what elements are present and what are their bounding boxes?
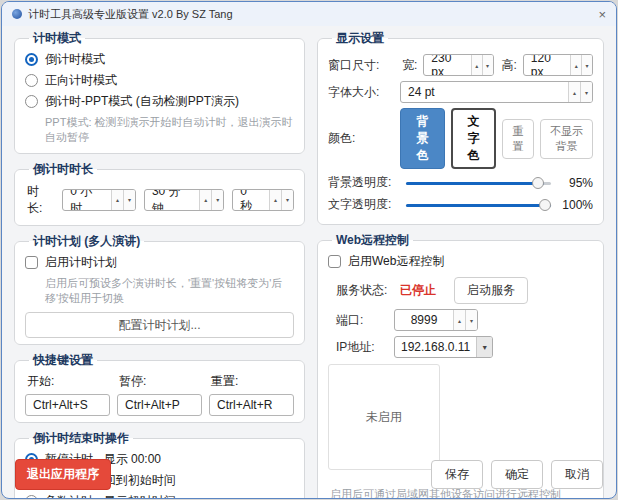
- checkbox-icon[interactable]: [328, 255, 341, 268]
- window-size-label: 窗口尺寸:: [328, 57, 394, 74]
- group-display-settings: 显示设置 窗口尺寸: 宽: 230 px ▴ ▾ 高: 120 px ▴ ▾: [317, 30, 604, 225]
- right-column: 显示设置 窗口尺寸: 宽: 230 px ▴ ▾ 高: 120 px ▴ ▾: [317, 30, 604, 499]
- hours-value[interactable]: 0 小时: [63, 190, 111, 210]
- background-color-button[interactable]: 背景色: [400, 108, 445, 169]
- spin-up-icon[interactable]: ▴: [568, 82, 580, 102]
- radio-label: 倒计时-PPT模式 (自动检测PPT演示): [45, 93, 239, 110]
- ppt-mode-hint: PPT模式: 检测到演示开始时自动计时，退出演示时自动暂停: [25, 112, 294, 147]
- radio-icon[interactable]: [25, 95, 38, 108]
- radio-countdown-mode[interactable]: 倒计时模式: [25, 49, 294, 70]
- spin-down-icon[interactable]: ▾: [580, 82, 592, 102]
- dialog-footer: 退出应用程序 保存 确定 取消: [2, 459, 616, 490]
- bg-opacity-label: 背景透明度:: [328, 174, 400, 191]
- text-opacity-slider[interactable]: [406, 197, 551, 213]
- group-title-display-settings: 显示设置: [332, 30, 388, 47]
- radio-icon[interactable]: [25, 495, 38, 499]
- port-stepper[interactable]: 8999 ▴ ▾: [394, 309, 478, 331]
- radio-label: 正向计时模式: [45, 72, 117, 89]
- ip-address-select[interactable]: 192.168.0.11 ▼: [394, 336, 493, 358]
- qr-code-placeholder: 未启用: [328, 364, 440, 470]
- chevron-down-icon[interactable]: ▼: [476, 337, 492, 357]
- pause-shortcut-label: 暂停:: [117, 373, 202, 390]
- enable-web-remote-checkbox[interactable]: 启用Web远程控制: [328, 251, 593, 272]
- settings-dialog: 计时工具高级专业版设置 v2.0 By SZ Tang × 计时模式 倒计时模式…: [1, 1, 617, 499]
- text-color-button[interactable]: 文字色: [451, 108, 496, 169]
- group-countdown-duration: 倒计时时长 时长: 0 小时 ▴ ▾ 30 分钟 ▴ ▾ 0 秒: [14, 161, 305, 226]
- height-stepper[interactable]: 120 px ▴ ▾: [523, 54, 593, 76]
- spin-up-icon[interactable]: ▴: [269, 190, 281, 210]
- exit-application-button[interactable]: 退出应用程序: [15, 459, 111, 490]
- spin-down-icon[interactable]: ▾: [211, 190, 223, 210]
- bg-opacity-value: 95%: [557, 176, 593, 190]
- port-label: 端口:: [336, 312, 388, 329]
- reset-shortcut-label: 重置:: [209, 373, 294, 390]
- width-stepper[interactable]: 230 px ▴ ▾: [423, 54, 493, 76]
- ok-button[interactable]: 确定: [491, 460, 543, 489]
- bg-opacity-slider[interactable]: [406, 175, 551, 191]
- spin-down-icon[interactable]: ▾: [281, 190, 293, 210]
- slider-fill: [406, 182, 544, 185]
- spin-down-icon[interactable]: ▾: [123, 190, 135, 210]
- height-value[interactable]: 120 px: [524, 55, 570, 75]
- start-shortcut-input[interactable]: Ctrl+Alt+S: [25, 394, 110, 416]
- radio-forward-mode[interactable]: 正向计时模式: [25, 70, 294, 91]
- color-label: 颜色:: [328, 130, 394, 147]
- group-title-countdown-duration: 倒计时时长: [29, 161, 97, 178]
- radio-label: 负数计时 - 显示超时时间: [45, 493, 176, 499]
- font-size-label: 字体大小:: [328, 84, 394, 101]
- spin-up-icon[interactable]: ▴: [453, 310, 465, 330]
- spin-up-icon[interactable]: ▴: [471, 55, 482, 75]
- slider-thumb[interactable]: [532, 177, 544, 189]
- checkbox-icon[interactable]: [25, 256, 38, 269]
- font-size-stepper[interactable]: 24 pt ▴ ▾: [400, 81, 593, 103]
- group-title-timing-plan: 计时计划 (多人演讲): [29, 233, 144, 250]
- font-size-value[interactable]: 24 pt: [401, 82, 568, 102]
- configure-timing-plan-button[interactable]: 配置计时计划...: [25, 312, 294, 338]
- start-service-button[interactable]: 启动服务: [454, 277, 528, 304]
- pause-shortcut-input[interactable]: Ctrl+Alt+P: [117, 394, 202, 416]
- no-background-button[interactable]: 不显示背景: [540, 119, 593, 159]
- checkbox-label: 启用Web远程控制: [348, 253, 444, 270]
- left-column: 计时模式 倒计时模式 正向计时模式 倒计时-PPT模式 (自动检测PPT演示) …: [14, 30, 305, 499]
- reset-color-button[interactable]: 重置: [502, 119, 534, 159]
- minutes-value[interactable]: 30 分钟: [145, 190, 199, 210]
- close-icon[interactable]: ×: [598, 8, 606, 21]
- ip-address-value: 192.168.0.11: [395, 337, 476, 357]
- radio-icon[interactable]: [25, 53, 38, 66]
- text-opacity-label: 文字透明度:: [328, 196, 400, 213]
- seconds-value[interactable]: 0 秒: [233, 190, 269, 210]
- port-value[interactable]: 8999: [395, 310, 453, 330]
- dialog-content: 计时模式 倒计时模式 正向计时模式 倒计时-PPT模式 (自动检测PPT演示) …: [2, 26, 616, 499]
- duration-label: 时长:: [27, 183, 54, 217]
- spin-down-icon[interactable]: ▾: [465, 310, 477, 330]
- spin-down-icon[interactable]: ▾: [581, 55, 592, 75]
- group-title-shortcuts: 快捷键设置: [29, 352, 97, 369]
- radio-ppt-mode[interactable]: 倒计时-PPT模式 (自动检测PPT演示): [25, 91, 294, 112]
- enable-timing-plan-checkbox[interactable]: 启用计时计划: [25, 252, 294, 273]
- slider-thumb[interactable]: [539, 199, 551, 211]
- title-bar: 计时工具高级专业版设置 v2.0 By SZ Tang ×: [2, 2, 616, 26]
- radio-icon[interactable]: [25, 74, 38, 87]
- spin-up-icon[interactable]: ▴: [199, 190, 211, 210]
- cancel-button[interactable]: 取消: [551, 460, 603, 489]
- width-label: 宽:: [402, 57, 417, 74]
- seconds-stepper[interactable]: 0 秒 ▴ ▾: [232, 189, 294, 211]
- height-label: 高:: [502, 57, 517, 74]
- spin-down-icon[interactable]: ▾: [482, 55, 493, 75]
- qr-placeholder-text: 未启用: [366, 409, 402, 426]
- app-icon: [12, 9, 22, 19]
- window-title: 计时工具高级专业版设置 v2.0 By SZ Tang: [28, 7, 233, 22]
- radio-negative-at-end[interactable]: 负数计时 - 显示超时时间: [25, 491, 294, 499]
- spin-up-icon[interactable]: ▴: [570, 55, 581, 75]
- spin-up-icon[interactable]: ▴: [111, 190, 123, 210]
- service-status-badge: 已停止: [400, 282, 436, 299]
- group-title-web-remote: Web远程控制: [332, 232, 413, 249]
- reset-shortcut-input[interactable]: Ctrl+Alt+R: [209, 394, 294, 416]
- minutes-stepper[interactable]: 30 分钟 ▴ ▾: [144, 189, 224, 211]
- start-shortcut-label: 开始:: [25, 373, 110, 390]
- text-opacity-value: 100%: [557, 198, 593, 212]
- group-title-timing-mode: 计时模式: [29, 30, 85, 47]
- width-value[interactable]: 230 px: [424, 55, 470, 75]
- hours-stepper[interactable]: 0 小时 ▴ ▾: [62, 189, 136, 211]
- save-button[interactable]: 保存: [431, 460, 483, 489]
